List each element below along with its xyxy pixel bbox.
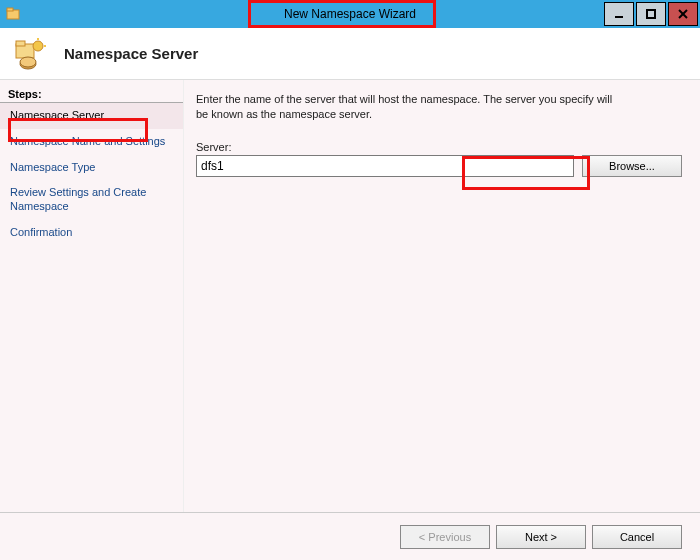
step-item[interactable]: Confirmation	[0, 220, 183, 246]
previous-button[interactable]: < Previous	[400, 525, 490, 549]
svg-point-12	[20, 57, 36, 67]
next-button[interactable]: Next >	[496, 525, 586, 549]
minimize-button[interactable]	[604, 2, 634, 26]
main-panel: Enter the name of the server that will h…	[184, 80, 700, 512]
wizard-header: Namespace Server	[0, 28, 700, 80]
app-icon	[6, 6, 22, 22]
page-title: Namespace Server	[64, 45, 198, 62]
step-item[interactable]: Namespace Name and Settings	[0, 129, 183, 155]
svg-point-8	[33, 41, 43, 51]
svg-rect-1	[7, 8, 13, 11]
step-item[interactable]: Review Settings and Create Namespace	[0, 180, 183, 220]
window-buttons	[604, 0, 700, 28]
steps-header: Steps:	[0, 86, 183, 103]
step-item[interactable]: Namespace Server	[0, 103, 183, 129]
server-input[interactable]	[196, 155, 574, 177]
wizard-icon	[14, 36, 50, 72]
instruction-text: Enter the name of the server that will h…	[196, 92, 626, 123]
server-label: Server:	[196, 141, 682, 153]
step-item[interactable]: Namespace Type	[0, 155, 183, 181]
browse-button[interactable]: Browse...	[582, 155, 682, 177]
maximize-button[interactable]	[636, 2, 666, 26]
wizard-footer: < Previous Next > Cancel	[0, 512, 700, 560]
steps-panel: Steps: Namespace ServerNamespace Name an…	[0, 80, 184, 512]
steps-list: Namespace ServerNamespace Name and Setti…	[0, 103, 183, 246]
svg-rect-3	[647, 10, 655, 18]
title-bar: New Namespace Wizard	[0, 0, 700, 28]
svg-rect-7	[16, 41, 25, 46]
cancel-button[interactable]: Cancel	[592, 525, 682, 549]
server-field-row: Browse...	[196, 155, 682, 177]
wizard-body: Steps: Namespace ServerNamespace Name an…	[0, 80, 700, 512]
window-title: New Namespace Wizard	[274, 5, 426, 23]
close-button[interactable]	[668, 2, 698, 26]
